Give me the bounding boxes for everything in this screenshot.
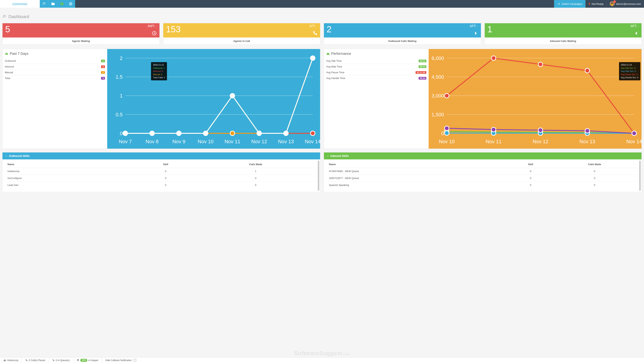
summary-card-1[interactable]: 153 ATT: - Agents In Call <box>163 23 320 45</box>
cell-skill: 0 <box>510 182 552 189</box>
svg-point-79 <box>492 56 496 60</box>
col-header[interactable]: Skill <box>510 161 552 168</box>
page-title: Dashboard <box>2 14 642 19</box>
svg-text:Nov 11: Nov 11 <box>486 139 502 144</box>
svg-text:1.5: 1.5 <box>116 74 123 80</box>
svg-text:Nov 8: Nov 8 <box>146 139 159 144</box>
past7-tooltip: 2016-11-11 Outbound: 1Inbound: 0Manual: … <box>151 62 167 80</box>
stat-badge: 2 <box>101 60 105 62</box>
summary-card-2[interactable]: 2 APT: - Outbound Calls Waiting <box>324 23 481 45</box>
stat-label: Avg Wait Time <box>326 65 342 68</box>
table-row[interactable]: GoConfigure 0 0 <box>6 175 316 182</box>
table-row[interactable]: Spanish Speaking 0 0 <box>328 182 638 189</box>
stat-row: Inbound 0 <box>5 64 105 69</box>
svg-text:4,500: 4,500 <box>432 74 444 80</box>
agent-status[interactable]: Not Ready <box>586 0 606 8</box>
svg-text:Nov 11: Nov 11 <box>224 139 240 144</box>
svg-point-36 <box>311 131 315 136</box>
nav-help-icon[interactable] <box>66 0 75 8</box>
user-menu[interactable]: 👩 2 demo1@convoso.com <box>606 0 644 8</box>
cell-calls: 0 <box>552 175 638 182</box>
outbound-skills-header[interactable]: Outbound Skills <box>2 152 320 159</box>
clock-icon <box>152 31 157 36</box>
col-header[interactable]: Calls Made <box>552 161 638 168</box>
table-row[interactable]: 2093722677 - NEW Queue 0 0 <box>328 175 638 182</box>
summary-card-0[interactable]: 5 AWT: - Agents Waiting <box>2 23 160 45</box>
cell-name: Spanish Speaking <box>328 182 510 189</box>
stat-label: Avg Handle Time <box>326 77 345 80</box>
card-caption: Agents Waiting <box>2 38 160 45</box>
user-label: demo1@convoso.com <box>616 3 641 6</box>
svg-point-41 <box>230 131 235 136</box>
table-row[interactable]: 9739474065 - NEW Queue 0 0 <box>328 168 638 175</box>
col-header[interactable]: Name <box>328 161 510 168</box>
card-stat: AWT: - <box>148 25 156 28</box>
outbound-skills-panel: Outbound Skills NameSkillCalls Made Hote… <box>2 152 320 192</box>
stat-badge: 2 <box>101 71 105 74</box>
scrollbar[interactable] <box>318 161 319 191</box>
card-caption: Agents In Call <box>163 38 320 45</box>
svg-text:0.5: 0.5 <box>116 112 123 117</box>
card-value: 2 <box>326 25 478 34</box>
avatar-icon: 👩 2 <box>610 2 614 6</box>
summary-card-3[interactable]: 1 APT: - Inbound Calls Waiting <box>484 23 642 45</box>
inbound-skills-panel: Inbound Skills NameSkillCalls Made 97394… <box>324 152 642 192</box>
inbound-table: NameSkillCalls Made 9739474065 - NEW Que… <box>328 161 638 188</box>
table-row[interactable]: Hotelscorp 0 1 <box>6 168 316 175</box>
cell-name: 2093722677 - NEW Queue <box>328 175 510 182</box>
stat-label: Total <box>5 77 10 80</box>
scrollbar[interactable] <box>639 161 641 191</box>
cell-calls: 0 <box>195 182 316 189</box>
perf-title: Performance <box>326 52 426 56</box>
tooltip-date: 2016-11-11 <box>153 63 165 67</box>
stat-label: Avg Talk Time <box>326 59 342 62</box>
card-value: 1 <box>488 25 639 34</box>
page-title-text: Dashboard <box>8 14 29 19</box>
col-header[interactable]: Name <box>6 161 136 168</box>
cell-skill: 0 <box>510 168 552 175</box>
summary-cards: 5 AWT: - Agents Waiting 153 ATT: - Agent… <box>2 23 642 45</box>
svg-text:2: 2 <box>120 56 122 61</box>
outbound-table: NameSkillCalls Made Hotelscorp 0 1 GoCon… <box>6 161 316 188</box>
cell-calls: 0 <box>195 175 316 182</box>
nav-dashboard-icon[interactable] <box>40 0 48 8</box>
svg-text:Nov 10: Nov 10 <box>198 139 214 144</box>
stat-row: Avg Wait Time 00:14 <box>326 64 426 69</box>
svg-text:Nov 14: Nov 14 <box>305 139 320 144</box>
notif-badge: 2 <box>613 1 616 3</box>
table-row[interactable]: Lead Gen 0 0 <box>6 182 316 189</box>
nav-save-icon[interactable] <box>58 0 66 8</box>
svg-point-46 <box>150 131 154 136</box>
chevron-right-icon <box>473 31 478 36</box>
col-header[interactable]: Calls Made <box>195 161 316 168</box>
chevron-left-icon <box>634 31 639 36</box>
brand-logo[interactable]: convoso <box>0 0 40 8</box>
svg-text:Nov 14: Nov 14 <box>626 139 642 144</box>
inbound-skills-header[interactable]: Inbound Skills <box>324 152 642 159</box>
svg-point-81 <box>585 69 590 73</box>
cell-skill: 0 <box>136 168 195 175</box>
card-stat: ATT: - <box>310 25 318 28</box>
card-value: 153 <box>166 25 318 34</box>
stat-row: Manual 2 <box>5 69 105 75</box>
tooltip-line: Inbound: 0 <box>153 70 165 73</box>
past7-title: Past 7 Days <box>5 52 105 56</box>
chevron-right-icon <box>5 155 8 157</box>
nav-folder-icon[interactable] <box>48 0 58 8</box>
col-header[interactable]: Skill <box>136 161 195 168</box>
switch-campaigns-button[interactable]: Switch Campaigns <box>554 0 586 8</box>
dashboard-icon <box>2 15 6 19</box>
perf-tooltip: 2016-11-14 Avg Talk Sec: 0Avg Wait Sec: … <box>619 62 640 80</box>
tooltip-date: 2016-11-14 <box>621 63 638 67</box>
cell-calls: 0 <box>552 182 638 189</box>
cell-name: GoConfigure <box>6 175 136 182</box>
card-value: 5 <box>5 25 157 34</box>
svg-point-48 <box>204 131 208 136</box>
perf-chart: 01,5003,0004,5006,000Nov 10Nov 11Nov 12N… <box>429 49 642 149</box>
cell-skill: 0 <box>136 182 195 189</box>
topnav: convoso Switch Campaigns Not Ready 👩 2 d… <box>0 0 644 8</box>
stat-badge: 01:11:32 <box>416 71 426 74</box>
svg-text:1: 1 <box>120 93 122 98</box>
tooltip-line: Avg Handle Sec: 0 <box>621 76 638 79</box>
svg-text:1,500: 1,500 <box>432 112 444 117</box>
